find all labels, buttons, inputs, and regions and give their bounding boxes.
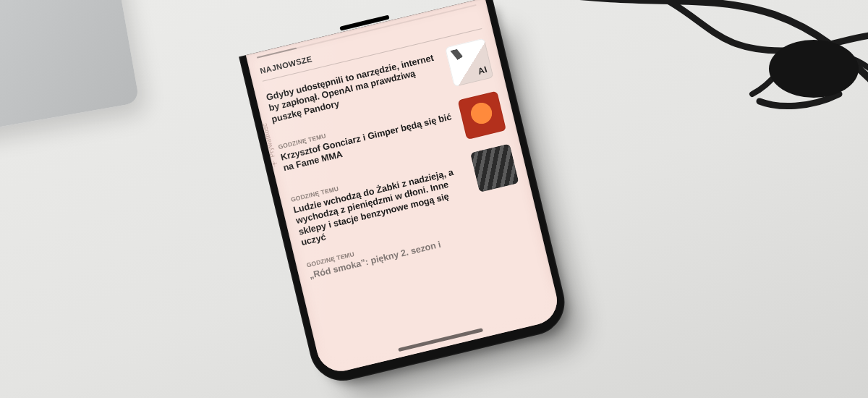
phone-screen[interactable]: Prywatność NAJNOWSZE Gdyby udostępnili t… bbox=[246, 0, 562, 376]
news-thumbnail bbox=[445, 38, 494, 88]
svg-point-0 bbox=[769, 40, 859, 98]
news-thumbnail bbox=[457, 91, 506, 140]
svg-point-1 bbox=[273, 162, 276, 165]
laptop-corner bbox=[0, 0, 140, 155]
news-thumbnail bbox=[470, 143, 519, 192]
screen-fade bbox=[312, 276, 562, 376]
photo-scene: Prywatność NAJNOWSZE Gdyby udostępnili t… bbox=[0, 0, 868, 398]
cable-bundle bbox=[521, 0, 868, 174]
home-indicator[interactable] bbox=[398, 328, 483, 352]
